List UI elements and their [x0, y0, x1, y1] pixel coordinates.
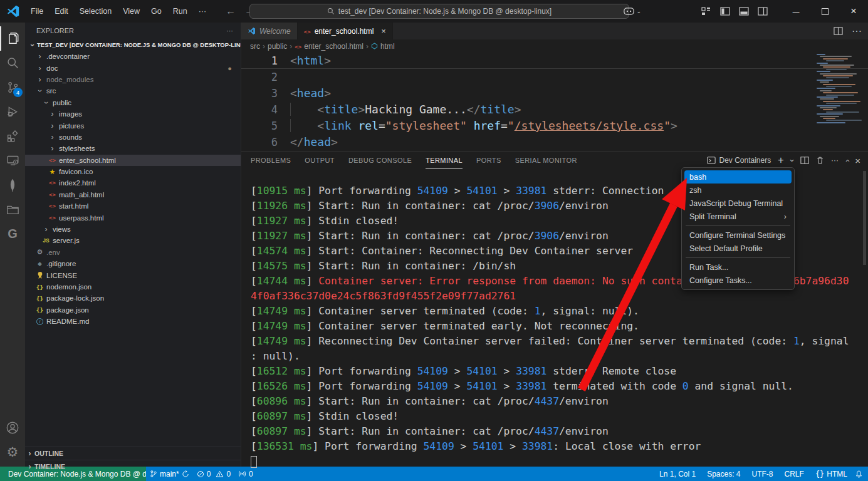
- tab-enter-school-html[interactable]: <>enter_school.html×: [298, 23, 393, 39]
- docker-folder-icon[interactable]: [0, 197, 25, 222]
- tree-file-license[interactable]: LICENSE: [25, 269, 241, 281]
- tree-file-nodemon-json[interactable]: {}nodemon.json: [25, 281, 241, 292]
- minimap[interactable]: [814, 53, 865, 124]
- maximize-button[interactable]: [810, 0, 839, 23]
- terminal-launcher[interactable]: Dev Containers: [707, 156, 771, 165]
- tree-file-index2-html[interactable]: <>index2.html: [25, 177, 241, 189]
- menu-item-javascript-debug-terminal[interactable]: JavaScript Debug Terminal: [684, 197, 792, 210]
- mongodb-icon[interactable]: [0, 173, 25, 197]
- tree-file--gitignore[interactable]: ◆.gitignore: [25, 258, 241, 269]
- timeline-section[interactable]: › TIMELINE: [25, 460, 241, 472]
- run-debug-icon[interactable]: [0, 100, 25, 124]
- menu-view[interactable]: View: [117, 4, 145, 18]
- menu-item-split-terminal[interactable]: Split Terminal›: [684, 210, 792, 223]
- tree-folder-node-modules[interactable]: ›node_modules: [25, 74, 241, 85]
- panel-tab-terminal[interactable]: TERMINAL: [426, 152, 463, 168]
- close-panel-icon[interactable]: ×: [855, 155, 860, 166]
- settings-icon[interactable]: ⚙: [0, 440, 25, 464]
- tree-folder--devcontainer[interactable]: ›.devcontainer: [25, 51, 241, 62]
- cursor-position[interactable]: Ln 1, Col 1: [656, 467, 699, 481]
- menu-go[interactable]: Go: [145, 4, 167, 18]
- menu-item-bash[interactable]: bash: [684, 170, 792, 184]
- tree-file--env[interactable]: ⚙.env: [25, 247, 241, 258]
- remote-explorer-icon[interactable]: [0, 148, 25, 173]
- language-mode[interactable]: {} HTML: [812, 467, 851, 481]
- kill-terminal-trash-icon[interactable]: [816, 156, 824, 165]
- menu-item-zsh[interactable]: zsh: [684, 184, 792, 197]
- submenu-chevron-icon: ›: [784, 212, 787, 221]
- back-arrow-icon[interactable]: ←: [226, 6, 236, 17]
- tree-file-math-abi-html[interactable]: <>math_abi.html: [25, 189, 241, 200]
- maximize-panel-chevron-icon[interactable]: ›: [842, 159, 852, 162]
- menu-file[interactable]: File: [25, 4, 49, 18]
- explorer-icon[interactable]: [0, 26, 25, 51]
- tree-root-folder[interactable]: › TEST_DEV [DEV CONTAINER: NODE.JS & MON…: [25, 39, 241, 51]
- outline-section[interactable]: › OUTLINE: [25, 447, 241, 459]
- encoding[interactable]: UTF-8: [748, 467, 777, 481]
- gitlens-icon[interactable]: G: [0, 222, 25, 246]
- tree-file-server-js[interactable]: JSserver.js: [25, 235, 241, 246]
- tree-folder-pictures[interactable]: ›pictures: [25, 120, 241, 131]
- menu-selection[interactable]: Selection: [74, 4, 117, 18]
- copilot-button[interactable]: ⌄: [624, 7, 641, 16]
- tree-folder-src[interactable]: ›src: [25, 85, 241, 96]
- close-tab-icon[interactable]: ×: [381, 26, 386, 36]
- tree-folder-stylesheets[interactable]: ›stylesheets: [25, 143, 241, 154]
- menu-item-configure-tasks-[interactable]: Configure Tasks...: [684, 274, 792, 287]
- tree-folder-doc[interactable]: ›doc●: [25, 62, 241, 73]
- panel-tab-output[interactable]: OUTPUT: [305, 152, 335, 168]
- indentation[interactable]: Spaces: 4: [703, 467, 744, 481]
- explorer-more-actions-icon[interactable]: ···: [226, 27, 233, 34]
- breadcrumb-item-src[interactable]: src: [250, 42, 260, 51]
- source-control-icon[interactable]: 4: [0, 75, 25, 100]
- tree-folder-views[interactable]: ›views: [25, 224, 241, 235]
- tree-file-package-lock-json[interactable]: {}package-lock.json: [25, 292, 241, 304]
- tree-file-favicon-ico[interactable]: ★favicon.ico: [25, 166, 241, 177]
- tree-file-start-html[interactable]: <>start.html: [25, 200, 241, 212]
- menu-[interactable]: ···: [193, 4, 212, 18]
- panel-more-actions-icon[interactable]: ···: [831, 156, 839, 165]
- tree-folder-images[interactable]: ›images: [25, 108, 241, 120]
- menu-item-run-task-[interactable]: Run Task...: [684, 261, 792, 274]
- new-terminal-icon[interactable]: +: [778, 155, 783, 166]
- menu-item-configure-terminal-settings[interactable]: Configure Terminal Settings: [684, 229, 792, 242]
- code-editor[interactable]: 1<html>23<head>4 <title>Hacking Game...<…: [241, 53, 868, 152]
- minimize-button[interactable]: ─: [782, 0, 810, 23]
- command-center-search[interactable]: test_dev [Dev Container: Node.js & Mongo…: [249, 4, 629, 19]
- code-line-5: 5 <link rel="stylesheet" href="/styleshe…: [241, 118, 868, 134]
- toggle-panel-icon[interactable]: [739, 6, 749, 16]
- toggle-secondary-sidebar-icon[interactable]: [758, 6, 768, 16]
- editor-more-actions-icon[interactable]: ···: [852, 26, 862, 37]
- tree-item-label: package-lock.json: [46, 294, 104, 302]
- account-icon[interactable]: [0, 415, 25, 440]
- menu-edit[interactable]: Edit: [49, 4, 74, 18]
- panel-tab-debug-console[interactable]: DEBUG CONSOLE: [348, 152, 412, 168]
- split-editor-icon[interactable]: [834, 26, 843, 36]
- tab-welcome[interactable]: Welcome: [241, 23, 298, 39]
- tree-file-userpass-html[interactable]: <>userpass.html: [25, 212, 241, 223]
- customize-layout-icon[interactable]: [701, 6, 711, 16]
- tree-file-enter-school-html[interactable]: <>enter_school.html: [25, 155, 241, 166]
- breadcrumb-item-html[interactable]: html: [371, 42, 395, 51]
- split-terminal-icon[interactable]: [800, 156, 809, 165]
- panel-tab-ports[interactable]: PORTS: [476, 152, 501, 168]
- toggle-primary-sidebar-icon[interactable]: [720, 6, 730, 16]
- eol-sequence[interactable]: CRLF: [781, 467, 808, 481]
- extensions-icon[interactable]: [0, 124, 25, 148]
- close-button[interactable]: ×: [839, 0, 868, 23]
- terminal-profiles-chevron-icon[interactable]: ›: [787, 159, 797, 162]
- breadcrumb-item-enter-school-html[interactable]: <>enter_school.html: [295, 42, 363, 51]
- notifications-bell-icon[interactable]: [855, 470, 863, 478]
- terminal-scrollbar[interactable]: [863, 171, 866, 265]
- panel-tab-problems[interactable]: PROBLEMS: [251, 152, 291, 168]
- tree-file-readme-md[interactable]: iREADME.md: [25, 316, 241, 327]
- search-icon[interactable]: [0, 51, 25, 75]
- panel-tab-serial-monitor[interactable]: SERIAL MONITOR: [515, 152, 577, 168]
- tree-folder-sounds[interactable]: ›sounds: [25, 132, 241, 143]
- tree-item-label: server.js: [53, 237, 80, 244]
- breadcrumb-item-public[interactable]: public: [268, 42, 287, 51]
- tree-file-package-json[interactable]: {}package.json: [25, 304, 241, 316]
- tree-folder-public[interactable]: ›public: [25, 97, 241, 108]
- menu-item-select-default-profile[interactable]: Select Default Profile: [684, 242, 792, 255]
- menu-run[interactable]: Run: [167, 4, 193, 18]
